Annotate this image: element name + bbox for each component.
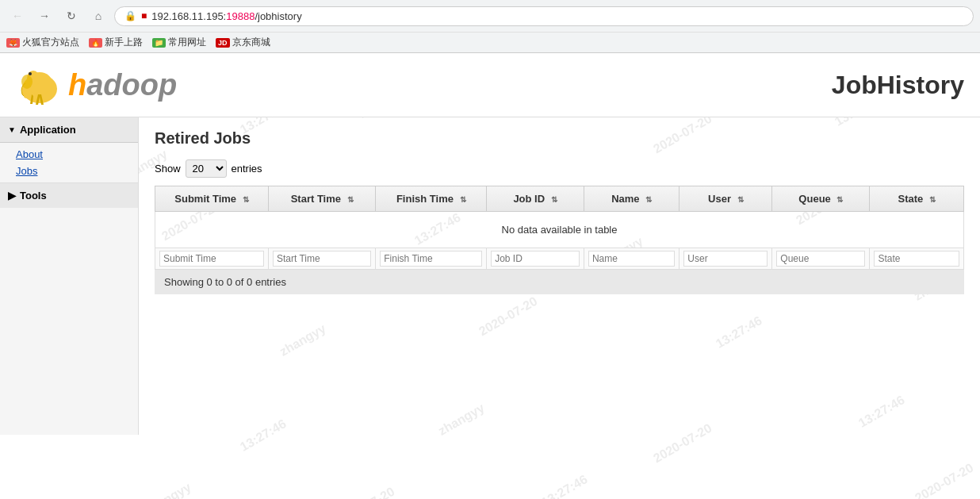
main-layout: ▼ Application About Jobs ▶ Tools Retired…: [0, 117, 980, 435]
filter-cell-3: [487, 248, 584, 270]
filter-input-col-submit-time[interactable]: [159, 251, 264, 267]
col-finish-time[interactable]: Finish Time ⇅: [376, 186, 487, 212]
sidebar-tools-header[interactable]: ▶ Tools: [0, 183, 138, 208]
filter-cell-5: [679, 248, 772, 270]
filter-row: [155, 248, 964, 270]
sidebar-application-section: ▼ Application About Jobs: [0, 117, 138, 183]
filter-cell-7: [870, 248, 964, 270]
col-submit-time[interactable]: Submit Time ⇅: [155, 186, 269, 212]
address-bar[interactable]: 🔒 ■ 192.168.11.195:19888/jobhistory: [114, 6, 974, 26]
filter-cell-4: [584, 248, 679, 270]
filter-input-col-job-id[interactable]: [491, 251, 580, 267]
col-state[interactable]: State ⇅: [870, 186, 964, 212]
brand-icon: ■: [141, 10, 147, 21]
table-header: Submit Time ⇅Start Time ⇅Finish Time ⇅Jo…: [155, 186, 964, 212]
section-title: Retired Jobs: [155, 129, 964, 148]
col-queue[interactable]: Queue ⇅: [772, 186, 870, 212]
bookmark-newhand-icon: 🔥: [89, 38, 102, 48]
no-data-row: No data available in table: [155, 212, 964, 248]
tools-label: Tools: [20, 190, 47, 202]
bookmark-newhand[interactable]: 🔥 新手上路: [89, 36, 143, 49]
filter-input-col-start-time[interactable]: [273, 251, 371, 267]
jobs-link[interactable]: Jobs: [0, 163, 138, 179]
sort-icon: ⇅: [836, 195, 843, 204]
page-title: JobHistory: [832, 71, 964, 100]
bookmark-common-icon: 📁: [152, 38, 166, 48]
filter-cell-2: [376, 248, 487, 270]
table-header-row: Submit Time ⇅Start Time ⇅Finish Time ⇅Jo…: [155, 186, 964, 212]
back-button[interactable]: ←: [6, 5, 29, 27]
col-start-time[interactable]: Start Time ⇅: [268, 186, 375, 212]
no-data-cell: No data available in table: [155, 212, 964, 248]
page-container: hadoop JobHistory ▼ Application About Jo…: [0, 53, 980, 435]
home-button[interactable]: ⌂: [87, 5, 109, 27]
forward-button[interactable]: →: [33, 5, 56, 27]
sort-icon: ⇅: [737, 195, 744, 204]
col-user[interactable]: User ⇅: [679, 186, 772, 212]
page-header: hadoop JobHistory: [0, 53, 980, 117]
bookmark-common[interactable]: 📁 常用网址: [152, 36, 206, 49]
show-label: Show: [155, 163, 181, 175]
table-body: No data available in table: [155, 212, 964, 270]
filter-cell-0: [155, 248, 269, 270]
filter-input-col-finish-time[interactable]: [380, 251, 482, 267]
showing-info: Showing 0 to 0 of 0 entries: [155, 270, 964, 294]
sidebar-application-header[interactable]: ▼ Application: [0, 117, 138, 143]
filter-cell-1: [268, 248, 375, 270]
bookmark-firefox[interactable]: 🦊 火狐官方站点: [6, 36, 79, 49]
reload-button[interactable]: ↻: [60, 5, 82, 27]
sort-icon: ⇅: [347, 195, 354, 204]
sidebar: ▼ Application About Jobs ▶ Tools: [0, 117, 139, 435]
security-icon: 🔒: [124, 10, 136, 21]
hadoop-logo: hadoop: [16, 61, 177, 109]
url-text: 192.168.11.195:19888/jobhistory: [151, 10, 301, 22]
col-job-id[interactable]: Job ID ⇅: [487, 186, 584, 212]
bookmarks-bar: 🦊 火狐官方站点 🔥 新手上路 📁 常用网址 JD 京东商城: [0, 32, 980, 52]
hadoop-logo-text: hadoop: [68, 70, 177, 100]
svg-point-4: [29, 72, 32, 75]
svg-point-5: [24, 94, 30, 98]
bookmark-jd[interactable]: JD 京东商城: [216, 36, 270, 49]
col-name[interactable]: Name ⇅: [584, 186, 679, 212]
bookmark-jd-icon: JD: [216, 38, 230, 48]
entries-select[interactable]: 10202550100: [186, 159, 227, 178]
sort-icon: ⇅: [645, 195, 652, 204]
filter-cell-6: [772, 248, 870, 270]
svg-point-6: [21, 75, 33, 89]
sort-icon: ⇅: [551, 195, 557, 204]
data-table: Submit Time ⇅Start Time ⇅Finish Time ⇅Jo…: [155, 186, 964, 270]
filter-input-col-user[interactable]: [683, 251, 768, 267]
filter-input-col-state[interactable]: [874, 251, 959, 267]
entries-label: entries: [232, 163, 262, 175]
hadoop-elephant-icon: [16, 61, 63, 109]
filter-input-col-name[interactable]: [588, 251, 675, 267]
application-label: Application: [20, 124, 76, 136]
sort-icon: ⇅: [929, 195, 936, 204]
bookmark-firefox-icon: 🦊: [6, 38, 20, 48]
show-entries: Show 10202550100 entries: [155, 159, 964, 178]
tools-triangle: ▶: [8, 190, 16, 202]
browser-toolbar: ← → ↻ ⌂ 🔒 ■ 192.168.11.195:19888/jobhist…: [0, 0, 980, 32]
sort-icon: ⇅: [243, 195, 249, 204]
sidebar-links: About Jobs: [0, 143, 138, 182]
filter-input-col-queue[interactable]: [776, 251, 865, 267]
application-triangle: ▼: [8, 125, 16, 134]
sort-icon: ⇅: [460, 195, 466, 204]
browser-chrome: ← → ↻ ⌂ 🔒 ■ 192.168.11.195:19888/jobhist…: [0, 0, 980, 53]
about-link[interactable]: About: [0, 146, 138, 163]
content-area: Retired Jobs Show 10202550100 entries Su…: [139, 117, 980, 435]
